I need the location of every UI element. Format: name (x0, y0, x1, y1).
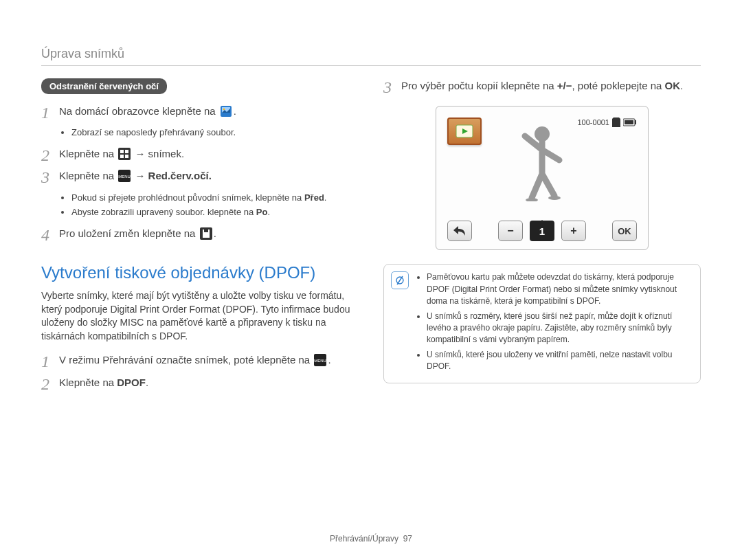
note-item: U snímků, které jsou uloženy ve vnitřní … (427, 349, 693, 373)
ok-icon: OK (665, 80, 681, 91)
arrow-icon: → (135, 148, 145, 159)
info-icon (391, 271, 409, 289)
svg-text:MENU: MENU (118, 175, 131, 179)
step-text: Klepněte na → snímek. (59, 146, 359, 162)
section-paragraph: Vyberte snímky, které mají být vytištěny… (41, 289, 359, 343)
step-number: 3 (383, 78, 394, 96)
svg-rect-12 (204, 229, 208, 232)
menu-icon: MENU (314, 354, 326, 366)
save-icon (200, 227, 212, 240)
copy-count: 1 (530, 221, 554, 241)
right-column: 3 Pro výběr počtu kopií klepněte na +/−,… (383, 78, 701, 397)
page-header: Úprava snímků (41, 47, 701, 66)
step-number: 1 (41, 104, 52, 122)
person-silhouette-icon (501, 119, 583, 201)
note-item: U snímků s rozměry, které jsou širší než… (427, 311, 693, 346)
step-text: Na domácí obrazovce klepněte na . (59, 104, 359, 120)
svg-rect-5 (125, 150, 128, 153)
step-text: Pro uložení změn klepněte na . (59, 226, 359, 242)
step-number: 4 (41, 226, 52, 244)
gallery-thumb-icon[interactable] (447, 117, 482, 145)
step-number: 2 (41, 375, 52, 393)
svg-text:MENU: MENU (315, 359, 327, 363)
substep-text: Zobrazí se naposledy přehrávaný soubor. (71, 126, 359, 139)
svg-rect-19 (625, 120, 633, 124)
section-pill-redeye: Odstranění červených očí (41, 78, 167, 94)
album-icon (220, 105, 232, 117)
grid-icon (118, 148, 131, 160)
plus-button[interactable]: + (561, 221, 586, 241)
arrow-icon: → (135, 170, 145, 181)
ok-button[interactable]: OK (612, 221, 637, 241)
plus-minus-icon: +/− (557, 80, 572, 91)
info-note: Paměťovou kartu pak můžete odevzdat do t… (383, 264, 701, 383)
left-column: Odstranění červených očí 1 Na domácí obr… (41, 78, 359, 397)
substep-text: Abyste zobrazili upravený soubor. klepně… (71, 205, 359, 219)
battery-icon (623, 118, 637, 126)
step-text: Pro výběr počtu kopií klepněte na +/−, p… (401, 78, 701, 94)
svg-rect-18 (635, 120, 636, 124)
back-button[interactable] (447, 221, 472, 241)
step-text: V režimu Přehrávání označte snímek, poté… (59, 352, 359, 368)
menu-icon: MENU (118, 170, 131, 182)
note-item: Paměťovou kartu pak můžete odevzdat do t… (427, 271, 693, 307)
section-title-dpof: Vytvoření tiskové objednávky (DPOF) (41, 263, 359, 282)
step-text: Klepněte na DPOF. (59, 375, 359, 391)
camera-screen: 100-0001 − 1 (436, 106, 649, 250)
svg-point-21 (526, 198, 538, 201)
svg-point-22 (548, 196, 561, 200)
substep-text: Pokud si přejete prohlédnout původní sní… (71, 191, 359, 205)
step-number: 3 (41, 168, 52, 186)
step-text: Klepněte na MENU → Red.červ.očí. (59, 168, 359, 184)
svg-rect-3 (118, 148, 131, 160)
step-number: 2 (41, 146, 52, 164)
svg-rect-7 (125, 155, 128, 158)
svg-point-2 (223, 109, 225, 111)
page-footer: Přehrávání/Úpravy 97 (0, 534, 742, 544)
memory-card-icon (612, 117, 620, 127)
step-number: 1 (41, 352, 52, 370)
svg-rect-4 (120, 150, 124, 153)
svg-rect-6 (120, 155, 124, 158)
minus-button[interactable]: − (498, 221, 523, 241)
